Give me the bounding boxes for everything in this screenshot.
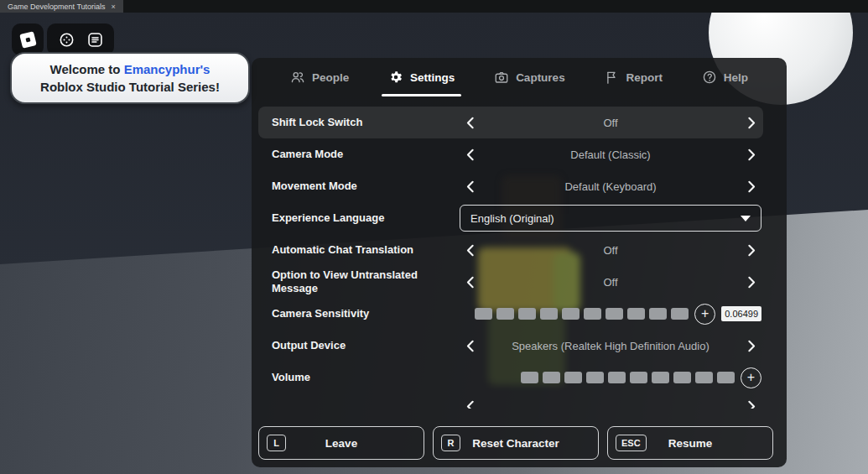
menu-tabs: PeopleSettingsCapturesReportHelp [252, 58, 787, 96]
slider-segment[interactable] [586, 372, 604, 383]
slider-segment[interactable] [649, 308, 667, 320]
chevron-left-icon[interactable] [460, 239, 481, 261]
chevron-right-icon[interactable] [740, 175, 761, 197]
setting-label: Output Device [260, 339, 460, 352]
slider-segment[interactable] [652, 372, 669, 383]
tab-people[interactable]: People [290, 58, 349, 96]
welcome-banner: Welcome to Emancyphur's Roblox Studio Tu… [10, 52, 250, 104]
roblox-window: Game Development Tutorials × Welcome to … [0, 0, 868, 474]
slider-segment[interactable] [630, 372, 647, 383]
slider-segment[interactable] [608, 372, 626, 383]
button-label: Leave [325, 437, 357, 450]
place-tab-title: Game Development Tutorials [8, 3, 106, 11]
keycap-ESC: ESC [616, 435, 647, 451]
slider-segment[interactable] [543, 372, 560, 383]
setting-value: Speakers (Realtek High Definition Audio) [481, 340, 740, 352]
leave-button[interactable]: LLeave [258, 426, 424, 460]
quick-menu-button[interactable] [57, 30, 75, 49]
keycap-L: L [267, 435, 286, 451]
slider-segment[interactable] [496, 308, 514, 320]
chevron-left-icon[interactable] [460, 395, 481, 409]
setting-label: Automatic Chat Translation [260, 243, 460, 257]
slider-segment[interactable] [518, 308, 536, 320]
playerlist-button[interactable] [86, 30, 104, 49]
settings-rows: Shift Lock SwitchOffCamera ModeDefault (… [252, 96, 787, 409]
settings-row-option-to-view-untranslated-message: Option to View Untranslated MessageOff [258, 266, 763, 298]
chevron-left-icon[interactable] [460, 271, 481, 293]
slider-segment[interactable] [673, 372, 691, 383]
tab-label: People [312, 71, 349, 84]
setting-label: Volume [260, 371, 460, 384]
reset-character-button[interactable]: RReset Character [433, 426, 599, 460]
plus-icon[interactable]: + [741, 367, 761, 388]
button-label: Reset Character [472, 437, 559, 450]
settings-row-experience-language: Experience LanguageEnglish (Original) [258, 202, 763, 234]
dropdown-value: English (Original) [470, 212, 554, 225]
tab-close-icon[interactable]: × [112, 3, 116, 11]
setting-value: Default (Keyboard) [481, 180, 740, 193]
studio-tabbar: Game Development Tutorials × [0, 0, 868, 13]
banner-welcome-text: Welcome to [50, 62, 124, 76]
slider-segment[interactable] [695, 372, 713, 383]
setting-value: Off [481, 117, 740, 129]
language-dropdown[interactable]: English (Original) [460, 205, 761, 232]
slider-segment[interactable] [521, 372, 538, 383]
tab-help[interactable]: Help [702, 58, 748, 96]
settings-row-volume: Volume+ [258, 362, 763, 393]
captures-icon [494, 70, 509, 85]
slider-segment[interactable] [564, 372, 582, 383]
setting-label: Camera Mode [260, 148, 460, 161]
settings-row-partial [258, 395, 763, 409]
slider-segment[interactable] [584, 308, 601, 320]
chevron-right-icon[interactable] [740, 395, 761, 409]
chevron-right-icon[interactable] [740, 112, 761, 133]
place-tab[interactable]: Game Development Tutorials × [0, 0, 123, 13]
caret-down-icon [741, 216, 751, 221]
plus-icon[interactable]: + [694, 304, 715, 325]
setting-value: Default (Classic) [481, 148, 740, 161]
chevron-right-icon[interactable] [740, 143, 761, 165]
keycap-R: R [441, 435, 460, 451]
chevron-left-icon[interactable] [460, 175, 481, 197]
slider-value-box[interactable]: 0.06499 [721, 306, 761, 321]
roblox-logo-icon [19, 31, 37, 49]
chevron-left-icon[interactable] [460, 335, 481, 357]
setting-label: Shift Lock Switch [260, 116, 460, 129]
tab-label: Captures [516, 71, 565, 84]
setting-value: Off [481, 276, 740, 289]
tab-label: Settings [410, 71, 455, 84]
settings-row-camera-sensitivity: Camera Sensitivity+0.06499 [258, 298, 763, 330]
chevron-left-icon[interactable] [460, 112, 481, 133]
setting-label: Option to View Untranslated Message [260, 268, 460, 296]
tab-report[interactable]: Report [604, 58, 663, 96]
slider-segment[interactable] [671, 308, 689, 320]
chevron-right-icon[interactable] [740, 271, 761, 293]
slider-segment[interactable] [606, 308, 623, 320]
chevron-right-icon[interactable] [740, 335, 761, 357]
chevron-left-icon[interactable] [460, 143, 481, 165]
tab-captures[interactable]: Captures [494, 58, 565, 96]
hud-icon-group [47, 23, 114, 55]
slider-segment[interactable] [475, 308, 492, 320]
slider-segment[interactable] [717, 372, 735, 383]
escape-menu: PeopleSettingsCapturesReportHelp Shift L… [252, 58, 787, 467]
slider-track[interactable] [521, 372, 735, 383]
settings-row-automatic-chat-translation: Automatic Chat TranslationOff [258, 234, 763, 266]
roblox-menu-button[interactable] [12, 23, 44, 55]
settings-row-movement-mode: Movement ModeDefault (Keyboard) [258, 170, 763, 202]
slider-track[interactable] [475, 308, 689, 320]
setting-value: Off [481, 244, 740, 257]
setting-label: Camera Sensitivity [260, 307, 460, 320]
settings-row-shift-lock-switch: Shift Lock SwitchOff [258, 107, 763, 138]
gear-icon [388, 70, 403, 85]
slider-segment[interactable] [540, 308, 558, 320]
tab-label: Help [724, 71, 748, 84]
button-label: Resume [668, 437, 713, 450]
slider-segment[interactable] [562, 308, 580, 320]
tab-settings[interactable]: Settings [388, 58, 455, 96]
slider-segment[interactable] [627, 308, 645, 320]
banner-line2: Roblox Studio Tutorial Series! [18, 78, 242, 96]
resume-button[interactable]: ESCResume [607, 426, 773, 460]
report-icon [604, 70, 619, 85]
chevron-right-icon[interactable] [740, 239, 761, 261]
